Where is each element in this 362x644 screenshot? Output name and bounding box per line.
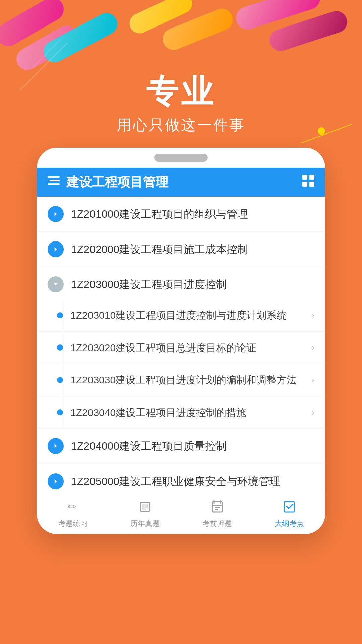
past-papers-icon xyxy=(138,500,152,517)
bottom-nav: ✏ 考题练习 历年真题 xyxy=(37,494,325,534)
svg-rect-2 xyxy=(48,183,60,185)
svg-rect-5 xyxy=(302,182,307,187)
list-container: 1Z201000建设工程项目的组织与管理 1Z202000建设工程项目施工成本控… xyxy=(37,197,325,534)
svg-text:✏: ✏ xyxy=(68,501,76,513)
nav-item-past-papers[interactable]: 历年真题 xyxy=(109,494,181,534)
app-header: 建设工程项目管理 xyxy=(37,168,325,197)
svg-rect-6 xyxy=(309,182,314,187)
sub-list-1z203000: 1Z203010建设工程项目进度控制与进度计划系统 › 1Z203020建设工程… xyxy=(37,299,325,429)
svg-rect-4 xyxy=(309,175,314,180)
svg-marker-10 xyxy=(55,444,57,448)
sub-label-1z203020: 1Z203020建设工程项目总进度目标的论证 xyxy=(70,340,311,355)
item-icon-1z204000 xyxy=(48,438,64,454)
list-item-1z204000[interactable]: 1Z204000建设工程项目质量控制 xyxy=(37,429,325,464)
phone-notch xyxy=(154,154,208,162)
item-icon-1z201000 xyxy=(48,206,64,222)
sub-dot-1z203040 xyxy=(57,409,63,415)
item-icon-1z203000 xyxy=(48,276,64,292)
item-label-1z203000: 1Z203000建设工程项目进度控制 xyxy=(71,277,314,292)
svg-marker-9 xyxy=(54,283,58,286)
sub-chevron-1z203030: › xyxy=(311,375,314,385)
item-label-1z201000: 1Z201000建设工程项目的组织与管理 xyxy=(71,207,314,222)
sub-chevron-1z203020: › xyxy=(311,342,314,353)
sub-dot-1z203010 xyxy=(57,312,63,318)
list-item-1z201000[interactable]: 1Z201000建设工程项目的组织与管理 xyxy=(37,197,325,232)
sub-item-1z203020[interactable]: 1Z203020建设工程项目总进度目标的论证 › xyxy=(37,332,325,364)
svg-rect-3 xyxy=(302,175,307,180)
nav-label-syllabus: 大纲考点 xyxy=(275,519,304,529)
nav-item-practice[interactable]: ✏ 考题练习 xyxy=(37,494,109,534)
nav-item-predict[interactable]: 考前押题 xyxy=(181,494,253,534)
svg-rect-24 xyxy=(284,502,294,512)
nav-label-past-papers: 历年真题 xyxy=(130,519,160,529)
hero-title: 专业 xyxy=(0,74,362,109)
item-icon-1z202000 xyxy=(48,241,64,257)
item-icon-1z205000 xyxy=(48,473,64,489)
predict-icon xyxy=(210,500,224,517)
nav-label-predict: 考前押题 xyxy=(202,519,232,529)
item-label-1z205000: 1Z205000建设工程职业健康安全与环境管理 xyxy=(71,474,314,489)
grid-icon[interactable] xyxy=(302,175,314,190)
svg-marker-11 xyxy=(55,479,57,484)
item-label-1z204000: 1Z204000建设工程项目质量控制 xyxy=(71,439,314,454)
svg-rect-1 xyxy=(50,180,60,181)
sub-label-1z203010: 1Z203010建设工程项目进度控制与进度计划系统 xyxy=(70,308,311,323)
nav-item-syllabus[interactable]: 大纲考点 xyxy=(253,494,325,534)
sub-list-inner: 1Z203010建设工程项目进度控制与进度计划系统 › 1Z203020建设工程… xyxy=(37,299,325,428)
list-item-1z202000[interactable]: 1Z202000建设工程项目施工成本控制 xyxy=(37,232,325,267)
hero-subtitle: 用心只做这一件事 xyxy=(0,115,362,135)
hero-section: 专业 用心只做这一件事 xyxy=(0,74,362,135)
svg-marker-7 xyxy=(55,212,57,216)
phone-notch-area xyxy=(37,148,325,168)
sub-dot-1z203020 xyxy=(57,344,63,351)
syllabus-icon xyxy=(283,500,296,517)
menu-icon xyxy=(48,175,60,190)
svg-marker-8 xyxy=(55,247,57,252)
sub-label-1z203030: 1Z203030建设工程项目进度计划的编制和调整方法 xyxy=(70,373,311,387)
sub-item-1z203010[interactable]: 1Z203010建设工程项目进度控制与进度计划系统 › xyxy=(37,299,325,332)
svg-rect-0 xyxy=(48,176,60,178)
sub-item-1z203040[interactable]: 1Z203040建设工程项目进度控制的措施 › xyxy=(37,396,325,429)
sub-chevron-1z203040: › xyxy=(311,407,314,418)
item-label-1z202000: 1Z202000建设工程项目施工成本控制 xyxy=(71,242,314,257)
phone-mockup: 建设工程项目管理 1Z201000建设工程项目的组织与管理 1Z202000建设… xyxy=(37,148,325,534)
sub-label-1z203040: 1Z203040建设工程项目进度控制的措施 xyxy=(70,405,311,420)
practice-icon: ✏ xyxy=(66,500,80,517)
sub-item-1z203030[interactable]: 1Z203030建设工程项目进度计划的编制和调整方法 › xyxy=(37,364,325,396)
header-title: 建设工程项目管理 xyxy=(66,174,302,191)
sub-chevron-1z203010: › xyxy=(311,310,314,320)
nav-label-practice: 考题练习 xyxy=(58,519,88,529)
list-item-1z203000[interactable]: 1Z203000建设工程项目进度控制 xyxy=(37,267,325,299)
sub-dot-1z203030 xyxy=(57,377,63,383)
